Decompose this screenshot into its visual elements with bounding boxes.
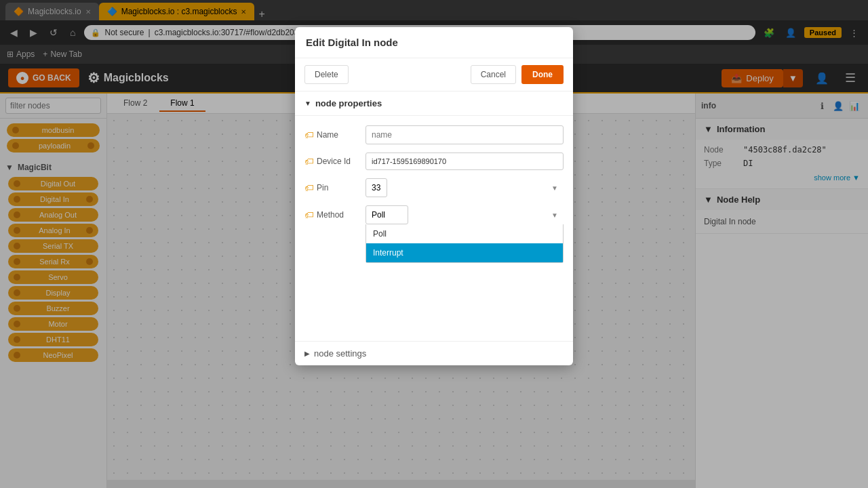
device-id-input[interactable] (366, 152, 564, 170)
method-option-interrupt[interactable]: Interrupt (366, 243, 563, 262)
name-icon: 🏷 (304, 129, 314, 140)
method-icon: 🏷 (304, 209, 314, 220)
name-label: 🏷 Name (304, 129, 359, 140)
pin-label: 🏷 Pin (304, 182, 359, 193)
pin-select-wrapper: 33 (366, 178, 564, 197)
device-id-icon: 🏷 (304, 156, 314, 167)
method-row: 🏷 Method Poll Interrupt Poll (304, 205, 564, 224)
method-dropdown-menu: Poll Interrupt (366, 224, 564, 263)
node-settings-toggle[interactable]: ▶ node settings (295, 341, 573, 365)
device-id-row: 🏷 Device Id (304, 152, 564, 170)
toggle-chevron: ▼ (304, 100, 311, 107)
method-select-wrapper: Poll Interrupt Poll Interrupt (366, 205, 564, 224)
node-properties-toggle[interactable]: ▼ node properties (295, 94, 573, 116)
name-row: 🏷 Name (304, 125, 564, 144)
method-option-poll[interactable]: Poll (366, 224, 563, 243)
modal-body: 🏷 Name 🏷 Device Id (295, 116, 573, 224)
modal-overlay: Edit Digital In node Delete Cancel Done … (0, 94, 868, 488)
edit-node-modal: Edit Digital In node Delete Cancel Done … (295, 94, 573, 365)
app-layout: ● GO BACK ⚙ Magicblocks 📤 Deploy ▼ 👤 ☰ (0, 64, 868, 488)
pin-select[interactable]: 33 (366, 178, 387, 197)
device-id-label: 🏷 Device Id (304, 156, 359, 167)
method-label: 🏷 Method (304, 209, 359, 220)
main-content: modbusin payloadin ▼ MagicBit Digital Ou… (0, 94, 868, 488)
method-select[interactable]: Poll Interrupt (366, 205, 408, 224)
pin-row: 🏷 Pin 33 (304, 178, 564, 197)
name-input[interactable] (366, 125, 564, 144)
settings-chevron: ▶ (304, 350, 310, 357)
pin-icon: 🏷 (304, 182, 314, 193)
